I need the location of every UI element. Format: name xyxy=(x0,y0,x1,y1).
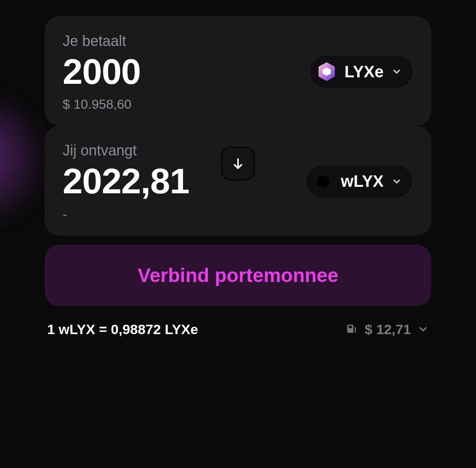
arrow-down-icon xyxy=(231,157,245,171)
chevron-down-icon xyxy=(417,324,429,335)
pay-label: Je betaalt xyxy=(63,33,413,50)
gas-pump-icon xyxy=(346,323,358,335)
receive-amount-output: 2022,81 xyxy=(63,162,189,200)
chevron-down-icon xyxy=(391,176,402,187)
receive-fiat-value: - xyxy=(63,207,413,222)
swap-direction-button[interactable] xyxy=(221,147,255,181)
gas-estimate-toggle[interactable]: $ 12,71 xyxy=(346,321,429,337)
receive-token-selector[interactable]: wLYX xyxy=(306,165,413,198)
swap-panel: Je betaalt 2000 xyxy=(45,16,431,337)
wlyx-token-icon xyxy=(312,171,334,192)
pay-row: 2000 LYXe xyxy=(63,53,413,90)
receive-card: Jij ontvangt 2022,81 wLYX - xyxy=(45,126,431,235)
pay-token-symbol: LYXe xyxy=(345,63,384,81)
connect-wallet-button[interactable]: Verbind portemonnee xyxy=(45,245,431,306)
svg-point-4 xyxy=(319,177,328,186)
exchange-rate[interactable]: 1 wLYX = 0,98872 LYXe xyxy=(47,321,198,337)
pay-fiat-value: $ 10.958,60 xyxy=(63,97,413,112)
lyxe-token-icon xyxy=(316,61,337,82)
receive-token-symbol: wLYX xyxy=(341,172,384,190)
pay-token-selector[interactable]: LYXe xyxy=(309,55,413,88)
background-glow xyxy=(0,81,41,236)
pay-card: Je betaalt 2000 xyxy=(45,16,431,126)
chevron-down-icon xyxy=(391,66,402,77)
pay-amount-input[interactable]: 2000 xyxy=(63,53,141,90)
gas-cost-value: $ 12,71 xyxy=(365,321,411,337)
swap-footer: 1 wLYX = 0,98872 LYXe $ 12,71 xyxy=(45,321,431,337)
